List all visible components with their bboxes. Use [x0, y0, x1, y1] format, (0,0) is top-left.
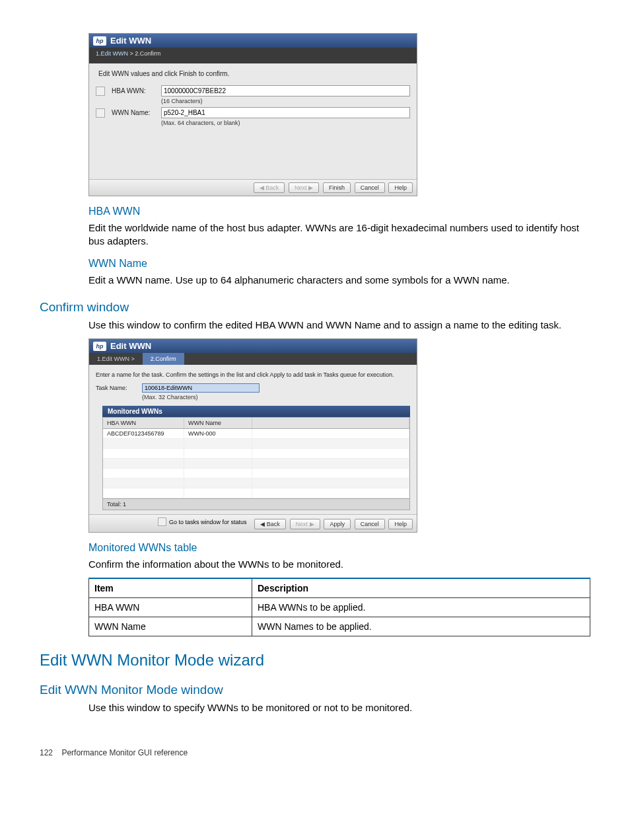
- window-heading: Edit WWN Monitor Mode window: [40, 683, 590, 697]
- back-button[interactable]: ◀ Back: [254, 519, 286, 529]
- confirm-window-text: Use this window to confirm the edited HB…: [88, 319, 590, 332]
- hp-logo-icon: hp: [93, 342, 106, 351]
- dialog-instruction: Edit WWN values and click Finish to conf…: [96, 67, 410, 83]
- def-r2c1: WWN Name: [89, 617, 252, 636]
- confirm-dialog: hp Edit WWN 1.Edit WWN > 2.Confirm Enter…: [88, 338, 417, 533]
- next-button[interactable]: Next ▶: [289, 182, 319, 193]
- wwn-name-label: WWN Name:: [112, 107, 161, 116]
- def-r2c2: WWN Names to be applied.: [252, 617, 590, 636]
- monitored-wwns-title: Monitored WWNs: [102, 406, 410, 417]
- step-2: 2.Confirm: [135, 50, 160, 57]
- task-name-input[interactable]: [142, 383, 260, 393]
- monitored-wwns-heading: Monitored WWNs table: [88, 542, 590, 554]
- footer-title: Performance Monitor GUI reference: [61, 748, 188, 757]
- help-button[interactable]: Help: [388, 519, 413, 529]
- finish-button[interactable]: Finish: [323, 182, 351, 193]
- window-text: Use this window to specify WWNs to be mo…: [88, 701, 590, 714]
- monitored-wwns-text: Confirm the information about the WWNs t…: [88, 558, 590, 571]
- hba-wwn-heading: HBA WWN: [88, 206, 590, 217]
- task-name-hint: (Max. 32 Characters): [142, 394, 260, 401]
- next-button[interactable]: Next ▶: [290, 519, 320, 529]
- wwn-name-checkbox[interactable]: [96, 108, 105, 118]
- back-button[interactable]: ◀ Back: [254, 182, 285, 193]
- grid-total: Total: 1: [103, 498, 409, 510]
- hba-wwn-label: HBA WWN:: [112, 85, 161, 95]
- page-number: 122: [40, 748, 53, 757]
- confirm-dialog-titlebar: hp Edit WWN: [89, 339, 417, 353]
- tab-confirm[interactable]: 2.Confirm: [143, 353, 184, 365]
- wizard-heading: Edit WWN Monitor Mode wizard: [40, 651, 590, 669]
- grid-col-hba: HBA WWN: [103, 418, 184, 428]
- task-name-label: Task Name:: [96, 383, 142, 391]
- cancel-button[interactable]: Cancel: [355, 519, 385, 529]
- hba-wwn-hint: (16 Characters): [161, 98, 410, 104]
- go-tasks-checkbox[interactable]: [158, 517, 166, 526]
- dialog-titlebar: hp Edit WWN: [89, 34, 417, 48]
- def-th-item: Item: [89, 578, 252, 598]
- confirm-button-bar: Go to tasks window for status ◀ Back Nex…: [89, 514, 417, 532]
- help-button[interactable]: Help: [388, 182, 413, 193]
- hba-wwn-checkbox[interactable]: [96, 87, 105, 96]
- confirm-window-heading: Confirm window: [40, 300, 590, 315]
- grid-col-wname: WWN Name: [184, 418, 252, 428]
- go-tasks-label: Go to tasks window for status: [169, 519, 247, 525]
- page-footer: 122 Performance Monitor GUI reference: [40, 748, 590, 757]
- wwn-name-text: Edit a WWN name. Use up to 64 alphanumer…: [88, 274, 590, 287]
- wizard-tabs: 1.Edit WWN > 2.Confirm: [89, 353, 417, 365]
- wwn-name-input[interactable]: [161, 107, 410, 118]
- grid-col-spacer: [252, 418, 409, 428]
- go-tasks-option[interactable]: Go to tasks window for status: [158, 517, 247, 526]
- hba-wwn-text: Edit the worldwide name of the host bus …: [88, 221, 590, 248]
- grid-cell-hba: ABCDEF0123456789: [103, 429, 184, 438]
- definition-table: Item Description HBA WWN HBA WWNs to be …: [88, 578, 590, 636]
- confirm-dialog-title: Edit WWN: [110, 341, 151, 351]
- monitored-wwns-grid: HBA WWN WWN Name ABCDEF0123456789 WWN-00…: [102, 417, 410, 510]
- wwn-name-hint: (Max. 64 characters, or blank): [161, 120, 410, 126]
- def-th-desc: Description: [252, 578, 590, 598]
- grid-cell-wname: WWN-000: [184, 429, 252, 438]
- step-separator: >: [130, 50, 133, 57]
- cancel-button[interactable]: Cancel: [355, 182, 385, 193]
- apply-button[interactable]: Apply: [324, 519, 351, 529]
- def-r1c2: HBA WWNs to be applied.: [252, 598, 590, 617]
- wwn-name-heading: WWN Name: [88, 258, 590, 270]
- dialog-title: Edit WWN: [110, 36, 151, 46]
- step-1: 1.Edit WWN: [96, 50, 128, 57]
- grid-row[interactable]: ABCDEF0123456789 WWN-000: [103, 429, 409, 439]
- hba-wwn-input[interactable]: [161, 85, 410, 96]
- def-r1c1: HBA WWN: [89, 598, 252, 617]
- wizard-steps: 1.Edit WWN > 2.Confirm: [89, 48, 417, 63]
- dialog-button-bar: ◀ Back Next ▶ Finish Cancel Help: [89, 179, 417, 196]
- hp-logo-icon: hp: [93, 36, 106, 46]
- edit-wwn-dialog: hp Edit WWN 1.Edit WWN > 2.Confirm Edit …: [88, 33, 417, 196]
- tab-edit-wwn[interactable]: 1.Edit WWN >: [89, 353, 143, 365]
- confirm-instruction: Enter a name for the task. Confirm the s…: [96, 369, 410, 381]
